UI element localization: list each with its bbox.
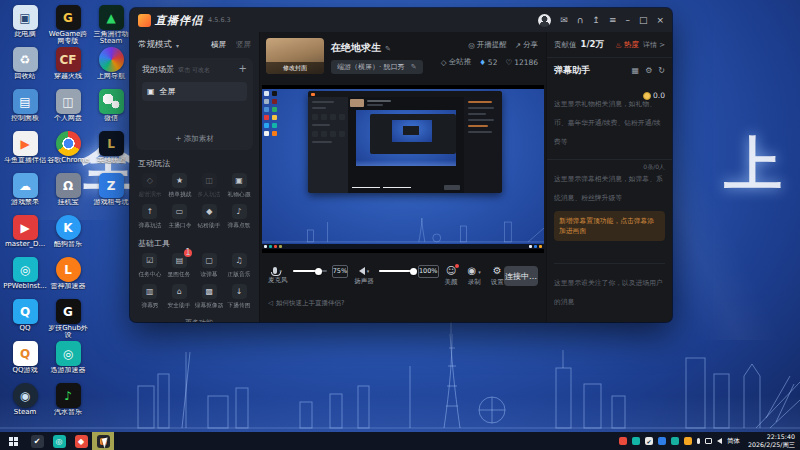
taskbar-app-3[interactable]: ◆	[70, 432, 92, 450]
feature-item[interactable]: ◫ 多人玩法	[195, 173, 225, 199]
start-button[interactable]	[0, 432, 26, 450]
desktop-icon[interactable]: ▶ master_D...	[4, 215, 46, 257]
beauty-button[interactable]: ☺ 美颜	[445, 266, 458, 287]
taskbar-app-live-companion[interactable]	[92, 432, 114, 450]
desktop-icon[interactable]: ◉ Steam	[4, 383, 46, 425]
chevron-down-icon[interactable]: ▾	[367, 268, 370, 274]
tray-icon[interactable]: ✔	[645, 437, 653, 445]
taskbar-app-2[interactable]: ◎	[48, 432, 70, 450]
more-functions-button[interactable]: ··· 更多功能	[130, 318, 259, 322]
connect-button[interactable]: 连接中…	[504, 266, 538, 286]
chat-tray-icon[interactable]	[705, 438, 712, 444]
orientation-portrait[interactable]: 竖屏	[236, 40, 251, 50]
volume-tray-icon[interactable]	[717, 438, 722, 444]
gear-icon[interactable]: ⚙	[645, 67, 652, 75]
tool-item[interactable]: ▢ 读弹幕	[194, 253, 224, 279]
desktop-icon[interactable]: ▲ 三角洲行动Steam	[90, 5, 132, 47]
desktop-icon[interactable]: 谷歌Chrome	[47, 131, 89, 173]
desktop-icon[interactable]: G 罗技Ghub外设	[47, 299, 89, 341]
desktop-icon[interactable]: Q QQ	[4, 299, 46, 341]
feature-item[interactable]: ★ 榜单挑战	[165, 173, 195, 199]
tray-icon[interactable]	[632, 437, 640, 445]
titlebar[interactable]: 直播伴侣 4.5.6.3 ✉ ∩ ↥ ≡ – □ ×	[130, 8, 672, 32]
desktop-icon[interactable]: G WeGame跨网专版	[47, 5, 89, 47]
cover-thumbnail[interactable]: 修改封面	[266, 38, 324, 74]
microphone-tray-icon[interactable]	[697, 438, 700, 444]
close-button[interactable]: ×	[656, 16, 664, 25]
details-link[interactable]: 详情 >	[643, 40, 665, 50]
feature-item[interactable]: ▣ 礼物心愿	[224, 173, 254, 199]
desktop-icon[interactable]: Ω 挂机宝	[47, 173, 89, 215]
desktop-icon[interactable]: Z 游戏租号玩	[90, 173, 132, 215]
heat-button[interactable]: ♨ 热度	[615, 40, 639, 50]
desktop-icon[interactable]: Q QQ游戏	[4, 341, 46, 383]
tool-item[interactable]: ↓ 下播传图	[224, 284, 254, 310]
refresh-icon[interactable]: ↻	[658, 67, 665, 75]
slider-knob[interactable]	[410, 268, 417, 275]
broadcast-reminder[interactable]: ◎ 开播提醒	[468, 40, 507, 50]
share-icon[interactable]: ↥	[592, 16, 600, 25]
desktop-icon[interactable]: ▤ 控制面板	[4, 89, 46, 131]
edit-category-icon[interactable]: ✎	[411, 63, 417, 71]
settings-button[interactable]: ⚙ 设置	[491, 266, 504, 287]
desktop-icon[interactable]: ◎ 迅游加速器	[47, 341, 89, 383]
maximize-button[interactable]: □	[639, 16, 648, 25]
add-material-button[interactable]: + 添加素材	[136, 134, 253, 144]
tool-item[interactable]: ♫ 正版音乐	[224, 253, 254, 279]
desktop-icon[interactable]: ♪ 汽水音乐	[47, 383, 89, 425]
orientation-landscape[interactable]: 横屏	[211, 40, 226, 50]
feature-item[interactable]: ♪ 弹幕点歌	[224, 204, 254, 230]
tray-icon[interactable]	[658, 437, 666, 445]
chat-icon[interactable]: ✉	[560, 16, 568, 25]
microphone-control[interactable]: ▾ 麦克风	[268, 267, 288, 285]
speaker-slider[interactable]	[379, 270, 413, 272]
category-chip[interactable]: 端游（横屏）· 脱口秀 ✎	[331, 60, 423, 74]
desktop-icon[interactable]: CF 穿越火线	[47, 47, 89, 89]
desktop-icon[interactable]: L 英雄联盟	[90, 131, 132, 173]
language-indicator[interactable]: 简体	[727, 437, 740, 446]
desktop-icon[interactable]: ◎ PPWebInst...	[4, 257, 46, 299]
desktop-icon[interactable]: K 酷狗音乐	[47, 215, 89, 257]
chevron-down-icon[interactable]: ▾	[478, 269, 481, 275]
tray-icon[interactable]	[671, 437, 679, 445]
add-scene-button[interactable]: +	[239, 64, 247, 74]
menu-icon[interactable]: ≡	[609, 16, 617, 25]
share-stream[interactable]: ↗ 分享	[515, 40, 538, 50]
minimize-button[interactable]: –	[625, 16, 630, 25]
feature-item[interactable]: ◇ 超管演示	[135, 173, 165, 199]
feature-item[interactable]: ▭ 主播口令	[165, 204, 195, 230]
mode-dropdown[interactable]: 常规模式	[138, 39, 172, 51]
record-button[interactable]: ◉▾ 录制	[468, 266, 481, 287]
taskbar-clock[interactable]: 22:15:40 2026/2/25/周三	[745, 433, 795, 450]
desktop-icon[interactable]: 上网导航	[90, 47, 132, 89]
speaker-control[interactable]: ▾ 扬声器	[354, 267, 374, 286]
live-preview[interactable]	[262, 85, 544, 253]
feature-item[interactable]: ↑ 弹幕玩法	[135, 204, 165, 230]
desktop-icon[interactable]: 微信	[90, 89, 132, 131]
grid-icon[interactable]: ▦	[632, 67, 640, 75]
tool-item[interactable]: ▩ 绿幕抠像器	[194, 284, 224, 310]
slider-knob[interactable]	[315, 268, 322, 275]
feature-item[interactable]: ◆ 钻粉助手	[195, 204, 225, 230]
tool-item[interactable]: ▥ 弹幕秀	[135, 284, 165, 310]
tray-icon[interactable]	[619, 437, 627, 445]
microphone-slider[interactable]	[293, 270, 327, 272]
tray-icon[interactable]	[684, 437, 692, 445]
tool-item[interactable]: ⌂ 安全助手	[165, 284, 195, 310]
desktop-icon[interactable]: ◫ 个人网盘	[47, 89, 89, 131]
headset-icon[interactable]: ∩	[577, 16, 584, 25]
desktop-icon[interactable]: ♻ 回收站	[4, 47, 46, 89]
desktop-icon[interactable]: ▶ 斗鱼直播伴侣	[4, 131, 46, 173]
user-avatar[interactable]	[538, 14, 551, 27]
desktop-icon[interactable]: L 雷神加速器	[47, 257, 89, 299]
edit-cover-label[interactable]: 修改封面	[266, 62, 324, 74]
scene-item-fullscreen[interactable]: ▣ 全屏	[142, 82, 247, 101]
tool-item[interactable]: ▤1 星图任务	[165, 253, 195, 279]
edit-title-icon[interactable]: ✎	[385, 45, 391, 53]
desktop-icon[interactable]: ▣ 此电脑	[4, 5, 46, 47]
taskbar-app-1[interactable]: ✔	[26, 432, 48, 450]
site-promote[interactable]: ◇ 全站推	[441, 57, 471, 67]
pin-feature-notice[interactable]: 新增弹幕置顶功能，点击弹幕添加进画面	[554, 211, 665, 241]
help-link[interactable]: ◁ 如何快速上手直播伴侣?	[268, 299, 344, 308]
desktop-icon[interactable]: ☁ 游戏禁果	[4, 173, 46, 215]
